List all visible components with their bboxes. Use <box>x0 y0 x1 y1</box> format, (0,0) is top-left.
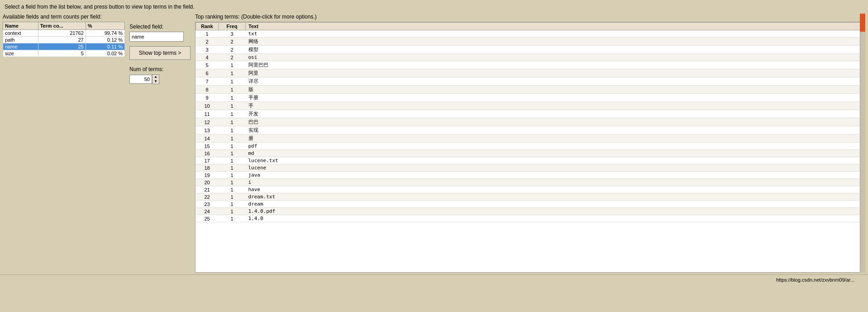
text-cell: i <box>246 179 865 186</box>
rank-cell: 9 <box>196 94 219 102</box>
rank-cell: 13 <box>196 126 219 134</box>
freq-cell: 2 <box>219 54 246 61</box>
table-row[interactable]: 121巴巴 <box>196 118 865 126</box>
table-row[interactable]: 51阿里巴巴 <box>196 61 865 69</box>
freq-cell: 3 <box>219 30 246 38</box>
table-row[interactable]: 221dream.txt <box>196 193 865 201</box>
rank-cell: 17 <box>196 157 219 164</box>
field-pct-cell: 0.12 % <box>86 37 124 43</box>
table-row[interactable]: 32模型 <box>196 46 865 54</box>
results-table: Rank Freq Text 13txt22网络32模型42osi51阿里巴巴6… <box>196 22 865 222</box>
freq-cell: 1 <box>219 77 246 86</box>
table-row[interactable]: 22网络 <box>196 38 865 46</box>
spinner-up-button[interactable]: ▲ <box>153 75 159 79</box>
spinner-down-button[interactable]: ▼ <box>153 79 159 84</box>
selected-field-input[interactable] <box>129 32 184 42</box>
right-wrapper: Top ranking terms: (Double-click for mor… <box>195 14 865 273</box>
table-row[interactable]: 171lucene.txt <box>196 157 865 164</box>
table-row[interactable]: 131实现 <box>196 126 865 134</box>
text-cell: 详尽 <box>246 77 865 86</box>
col-termcount: Term co... <box>38 22 86 30</box>
table-row[interactable]: 2411.4.0.pdf <box>196 208 865 215</box>
col-name: Name <box>3 22 38 30</box>
results-table-container[interactable]: Rank Freq Text 13txt22网络32模型42osi51阿里巴巴6… <box>195 22 865 273</box>
col-rank: Rank <box>196 23 219 30</box>
text-cell: dream.txt <box>246 193 865 201</box>
field-count-cell: 27 <box>38 37 86 43</box>
field-pct-cell: 0.11 % <box>86 43 124 50</box>
freq-cell: 1 <box>219 61 246 69</box>
freq-cell: 1 <box>219 164 246 172</box>
rank-cell: 22 <box>196 193 219 201</box>
col-text: Text <box>246 23 865 30</box>
show-top-terms-button[interactable]: Show top terms > <box>129 46 191 60</box>
freq-cell: 1 <box>219 186 246 193</box>
text-cell: 开发 <box>246 110 865 118</box>
freq-cell: 1 <box>219 201 246 208</box>
rank-cell: 6 <box>196 69 219 77</box>
table-row[interactable]: 13txt <box>196 30 865 38</box>
table-row[interactable]: 42osi <box>196 54 865 61</box>
freq-cell: 1 <box>219 110 246 118</box>
rank-cell: 19 <box>196 172 219 179</box>
field-count-cell: 25 <box>38 43 86 50</box>
text-cell: java <box>246 172 865 179</box>
rank-cell: 11 <box>196 110 219 118</box>
text-cell: 模型 <box>246 46 865 54</box>
table-row[interactable]: 161md <box>196 150 865 157</box>
freq-cell: 1 <box>219 94 246 102</box>
field-pct-cell: 0.02 % <box>86 50 124 57</box>
rank-cell: 15 <box>196 143 219 150</box>
text-cell: 阿里巴巴 <box>246 61 865 69</box>
table-row[interactable]: 71详尽 <box>196 77 865 86</box>
fields-table: Name Term co... % context2176299.74 %pat… <box>3 22 125 57</box>
num-terms-input[interactable] <box>129 75 152 84</box>
rank-cell: 4 <box>196 54 219 61</box>
table-row[interactable]: 231dream <box>196 201 865 208</box>
table-row[interactable]: 61阿里 <box>196 69 865 77</box>
text-cell: 实现 <box>246 126 865 134</box>
freq-cell: 1 <box>219 126 246 134</box>
table-row[interactable]: 2511.4.0 <box>196 215 865 222</box>
table-row[interactable]: 141册 <box>196 134 865 143</box>
field-name-cell[interactable]: context <box>3 30 38 37</box>
field-name-cell[interactable]: name <box>3 43 38 50</box>
field-count-cell: 21762 <box>38 30 86 37</box>
freq-cell: 2 <box>219 38 246 46</box>
text-cell: 1.4.0.pdf <box>246 208 865 215</box>
table-row[interactable]: 91手册 <box>196 94 865 102</box>
freq-cell: 1 <box>219 143 246 150</box>
freq-cell: 1 <box>219 193 246 201</box>
table-row[interactable]: 201i <box>196 179 865 186</box>
table-row[interactable]: 101手 <box>196 102 865 110</box>
rank-cell: 3 <box>196 46 219 54</box>
scrollbar-track[interactable] <box>860 14 865 273</box>
right-panel: Top ranking terms: (Double-click for mor… <box>195 14 865 273</box>
table-row[interactable]: 151pdf <box>196 143 865 150</box>
table-row[interactable]: 191java <box>196 172 865 179</box>
table-row[interactable]: 111开发 <box>196 110 865 118</box>
table-row[interactable]: 181lucene <box>196 164 865 172</box>
table-row[interactable]: 211have <box>196 186 865 193</box>
freq-cell: 1 <box>219 208 246 215</box>
freq-cell: 1 <box>219 102 246 110</box>
field-name-cell[interactable]: size <box>3 50 38 57</box>
rank-cell: 14 <box>196 134 219 143</box>
rank-cell: 8 <box>196 86 219 94</box>
scrollbar-thumb[interactable] <box>860 14 865 32</box>
text-cell: 手册 <box>246 94 865 102</box>
num-terms-spinner: ▲ ▼ <box>152 74 159 84</box>
text-cell: md <box>246 150 865 157</box>
text-cell: 1.4.0 <box>246 215 865 222</box>
rank-cell: 18 <box>196 164 219 172</box>
right-panel-title: Top ranking terms: (Double-click for mor… <box>195 14 865 20</box>
text-cell: lucene <box>246 164 865 172</box>
rank-cell: 12 <box>196 118 219 126</box>
freq-cell: 1 <box>219 215 246 222</box>
text-cell: 网络 <box>246 38 865 46</box>
freq-cell: 1 <box>219 118 246 126</box>
table-row[interactable]: 81版 <box>196 86 865 94</box>
field-name-cell[interactable]: path <box>3 37 38 43</box>
rank-cell: 24 <box>196 208 219 215</box>
freq-cell: 1 <box>219 150 246 157</box>
